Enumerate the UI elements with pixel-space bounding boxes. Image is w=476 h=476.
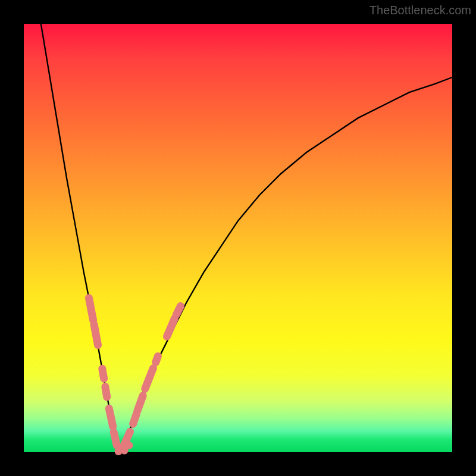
- bead-segment-right: [137, 396, 143, 411]
- bead-segment-left: [102, 369, 104, 379]
- bead-segment-left: [89, 298, 93, 320]
- bead-segment-right: [145, 368, 154, 389]
- bead-segment-right: [176, 306, 180, 314]
- chart-overlay-svg: [0, 0, 476, 476]
- bead-segment-right: [133, 414, 137, 424]
- bead-segment-left: [105, 387, 107, 397]
- bead-segment-left: [114, 432, 117, 445]
- bead-dot: [126, 441, 133, 449]
- bead-segment-right: [156, 356, 158, 362]
- bead-segment-right: [167, 318, 174, 336]
- bead-segment-left: [94, 324, 98, 345]
- bead-segment-left: [109, 409, 112, 427]
